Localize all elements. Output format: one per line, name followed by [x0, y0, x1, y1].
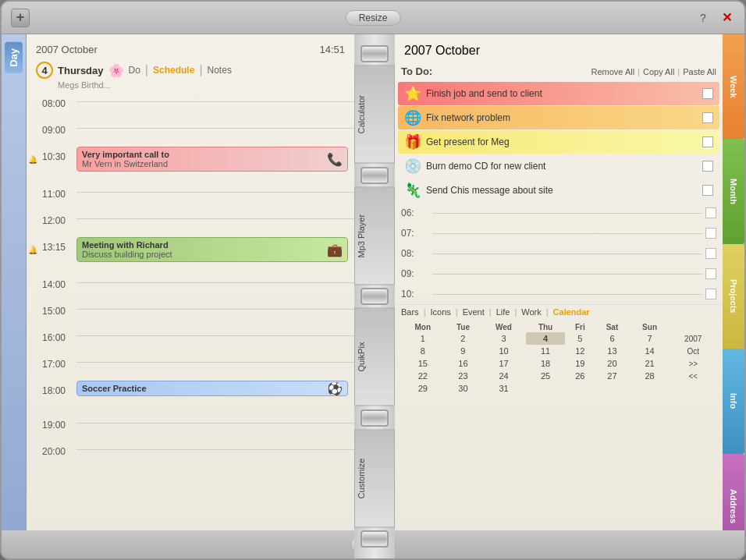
right-time-line-06	[432, 213, 702, 214]
cal-day-10[interactable]: 10	[481, 345, 525, 357]
todo-item-finish-job[interactable]: ⭐ Finish job and send to client	[398, 82, 719, 105]
add-button[interactable]: +	[11, 9, 30, 27]
cal-day-13[interactable]: 13	[595, 345, 629, 357]
no-alarm-0900	[27, 120, 39, 145]
cal-day-17[interactable]: 17	[481, 357, 525, 370]
right-tabs: Week Month Projects Info Address	[723, 34, 744, 558]
todo-checkbox-cd[interactable]	[702, 161, 713, 172]
right-checkbox-06[interactable]	[705, 207, 716, 218]
time-slot-1100: 11:00	[27, 183, 354, 210]
tab-info[interactable]: Info	[723, 349, 744, 453]
todo-checkbox-finish-job[interactable]	[702, 88, 713, 99]
todo-checkbox-network[interactable]	[702, 112, 713, 123]
cal-day-14[interactable]: 14	[630, 345, 670, 357]
schedule-link[interactable]: Schedule	[153, 65, 194, 76]
cal-day-1[interactable]: 1	[401, 332, 445, 345]
todo-item-message[interactable]: 🦎 Send Chis message about site	[398, 179, 719, 202]
icons-label[interactable]: Icons	[430, 307, 450, 317]
cal-day-3[interactable]: 3	[481, 332, 525, 345]
cal-day-24[interactable]: 24	[481, 370, 525, 382]
work-label[interactable]: Work	[521, 307, 541, 317]
cal-day-25[interactable]: 25	[526, 370, 566, 382]
right-checkbox-08[interactable]	[705, 248, 716, 259]
binder-tab-customize[interactable]: Customize	[354, 430, 395, 528]
right-checkbox-09[interactable]	[705, 268, 716, 279]
cal-day-29[interactable]: 29	[401, 382, 445, 395]
cal-day-19[interactable]: 19	[565, 357, 595, 370]
cal-day-4[interactable]: 4	[526, 332, 566, 345]
todo-text-network: Fix network problem	[426, 112, 698, 123]
cal-next-link[interactable]: >>	[670, 357, 716, 370]
tab-projects[interactable]: Projects	[723, 244, 744, 349]
todo-header: To Do: Remove All | Copy All | Paste All	[395, 64, 723, 79]
notes-link[interactable]: Notes	[208, 65, 232, 76]
event-meeting[interactable]: Meeting with Richard Discuss building pr…	[76, 237, 348, 262]
cal-day-5[interactable]: 5	[565, 332, 595, 345]
remove-all-link[interactable]: Remove All	[591, 67, 634, 76]
binder-tab-quikpix[interactable]: QuikPix	[354, 308, 395, 406]
cal-day-21[interactable]: 21	[630, 357, 670, 370]
todo-item-network[interactable]: 🌐 Fix network problem	[398, 106, 719, 129]
tab-week[interactable]: Week	[723, 34, 744, 139]
cal-day-8[interactable]: 8	[401, 345, 445, 357]
time-slot-1030[interactable]: 🔔 10:30 Very important call to Mr Vern i…	[27, 146, 354, 183]
cal-day-7[interactable]: 7	[630, 332, 670, 345]
bars-label[interactable]: Bars	[401, 307, 419, 317]
right-checkbox-10[interactable]	[705, 289, 716, 299]
cal-day-27[interactable]: 27	[595, 370, 629, 382]
calendar-label[interactable]: Calendar	[553, 307, 590, 317]
event-label[interactable]: Event	[463, 307, 485, 317]
cal-day-2[interactable]: 2	[445, 332, 482, 345]
todo-item-cd[interactable]: 💿 Burn demo CD for new client	[398, 154, 719, 178]
help-button[interactable]: ?	[694, 9, 712, 27]
event-soccer[interactable]: Soccer Practice ⚽	[76, 381, 348, 396]
event-call[interactable]: Very important call to Mr Vern in Switze…	[76, 147, 348, 172]
right-checkbox-07[interactable]	[705, 228, 716, 239]
cal-day-9[interactable]: 9	[445, 345, 482, 357]
time-slot-1800[interactable]: 18:00 Soccer Practice ⚽	[27, 380, 354, 414]
todo-checkbox-message[interactable]	[702, 185, 713, 196]
cal-day-23[interactable]: 23	[445, 370, 482, 382]
binder-tabs: Calculator Mp3 Player QuikPix Customize	[354, 66, 395, 527]
right-time-label-08: 08:	[401, 248, 429, 259]
tab-month[interactable]: Month	[723, 139, 744, 243]
cal-day-26[interactable]: 26	[565, 370, 595, 382]
cal-day-20[interactable]: 20	[595, 357, 629, 370]
life-label[interactable]: Life	[496, 307, 510, 317]
time-line-1500	[76, 309, 354, 310]
cal-day-12[interactable]: 12	[565, 345, 595, 357]
todo-checkbox-present[interactable]	[702, 136, 713, 147]
day-tab[interactable]: Day	[5, 42, 23, 73]
cal-day-28[interactable]: 28	[630, 370, 670, 382]
resize-button[interactable]: Resize	[346, 10, 401, 26]
do-link[interactable]: Do	[129, 65, 140, 76]
right-time-line-09	[432, 274, 702, 275]
cal-day-18[interactable]: 18	[526, 357, 566, 370]
event-call-title: Very important call to	[82, 150, 343, 159]
cal-prev-link[interactable]: <<	[670, 370, 716, 382]
cal-day-11[interactable]: 11	[526, 345, 566, 357]
right-time-09: 09:	[395, 264, 723, 284]
cal-day-6[interactable]: 6	[595, 332, 629, 345]
copy-all-link[interactable]: Copy All	[643, 67, 674, 76]
todo-item-present[interactable]: 🎁 Get present for Meg	[398, 130, 719, 154]
cal-day-31[interactable]: 31	[481, 382, 525, 395]
soccer-ball-icon: ⚽	[327, 381, 343, 396]
cal-day-30[interactable]: 30	[445, 382, 482, 395]
cd-icon: 💿	[404, 158, 421, 175]
cal-day-16[interactable]: 16	[445, 357, 482, 370]
time-slot-1600: 16:00	[27, 327, 354, 353]
paste-all-link[interactable]: Paste All	[683, 67, 716, 76]
time-slot-1315[interactable]: 🔔 13:15 Meeting with Richard Discuss bui…	[27, 236, 354, 274]
binder-tab-calculator[interactable]: Calculator	[354, 66, 395, 164]
cal-header-mon: Mon	[401, 322, 445, 332]
binder-ring-mid3	[361, 409, 389, 427]
close-button[interactable]: ✕	[718, 9, 735, 27]
time-label-1200: 12:00	[39, 211, 76, 226]
message-icon: 🦎	[404, 182, 421, 199]
time-line-0900	[76, 128, 354, 129]
cal-day-22[interactable]: 22	[401, 370, 445, 382]
time-label-1900: 19:00	[39, 415, 76, 431]
binder-tab-mp3[interactable]: Mp3 Player	[354, 187, 395, 285]
cal-day-15[interactable]: 15	[401, 357, 445, 370]
